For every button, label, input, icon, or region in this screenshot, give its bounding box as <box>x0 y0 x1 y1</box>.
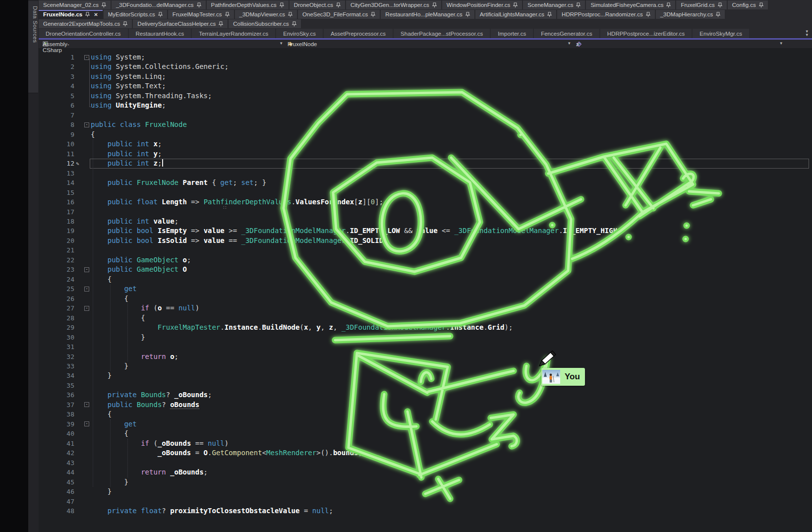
editor-tab[interactable]: DeliverySurfaceClassHelper.cs <box>133 19 228 28</box>
pin-icon[interactable] <box>292 21 296 27</box>
document-tab[interactable]: HDRPPostproce...izerEditor.cs <box>600 29 692 38</box>
fold-toggle-icon[interactable]: - <box>84 421 89 426</box>
code-line[interactable]: 6using UnityEngine; <box>0 101 812 110</box>
document-tab[interactable]: ShaderPackage...stProcessor.cs <box>394 29 490 38</box>
document-tab[interactable]: EnviroSkyMgr.cs <box>693 29 749 38</box>
editor-tab[interactable]: _3DFoundatio...delManager.cs <box>112 0 206 9</box>
member-dropdown-arrow[interactable]: ▾ <box>568 41 571 46</box>
fold-toggle-icon[interactable]: - <box>84 402 89 407</box>
code-line[interactable]: 23- public GameObject O <box>0 265 812 274</box>
code-line[interactable]: 16 public float Length => PathfinderDept… <box>0 197 812 207</box>
pin-icon[interactable] <box>288 12 292 17</box>
document-tab[interactable]: TerrainLayerRandomizer.cs <box>192 29 275 38</box>
pin-icon[interactable] <box>432 2 437 8</box>
pin-icon[interactable] <box>513 2 518 8</box>
code-line[interactable]: 9{ <box>0 130 812 139</box>
code-editor[interactable]: 1-using System;2using System.Collections… <box>0 48 812 532</box>
pin-icon[interactable] <box>158 12 163 17</box>
pin-icon[interactable] <box>219 21 223 27</box>
editor-tab[interactable]: CityGen3DGen...torWrapper.cs <box>346 0 441 9</box>
code-line[interactable]: 32 return o; <box>0 352 812 361</box>
editor-tab[interactable]: MyEditorScripts.cs <box>104 10 167 19</box>
editor-tab[interactable]: Config.cs <box>728 0 768 9</box>
code-line[interactable]: 36 private Bounds? _oBounds; <box>0 390 812 400</box>
editor-tab[interactable]: HDRPPostproc...Randomizer.cs <box>557 10 655 19</box>
document-tab[interactable]: AssetPreprocessor.cs <box>324 29 393 38</box>
code-line[interactable]: 4using System.Text; <box>0 81 812 91</box>
code-line[interactable]: 39- get <box>0 419 812 429</box>
pin-icon[interactable] <box>465 12 470 17</box>
editor-tab[interactable]: _3DMapViewer.cs <box>235 10 297 19</box>
code-line[interactable]: 31 <box>0 342 812 352</box>
editor-tab[interactable]: FruxelGrid.cs <box>676 0 726 9</box>
editor-tab[interactable]: OneSec3D_FileFormat.cs <box>298 10 380 19</box>
editor-tab[interactable]: CollisionSubscriber.cs <box>229 19 301 28</box>
document-tab[interactable]: DroneOrientationController.cs <box>39 29 128 38</box>
document-tab[interactable]: Importer.cs <box>491 29 533 38</box>
editor-tab[interactable]: _3DMapHierarchy.cs <box>656 10 725 19</box>
navbar-right-dropdown-arrow[interactable]: ▾ <box>780 41 782 46</box>
project-dropdown-arrow[interactable]: ▾ <box>280 41 283 46</box>
pin-icon[interactable] <box>576 2 580 8</box>
pin-icon[interactable] <box>197 2 201 8</box>
pin-icon[interactable] <box>718 2 722 8</box>
code-line[interactable]: 45 } <box>0 477 812 487</box>
code-line[interactable]: 20 public bool IsSolid => value == _3DFo… <box>0 236 812 245</box>
code-line[interactable]: 38 { <box>0 410 812 419</box>
editor-tab[interactable]: ArtificialLightsManager.cs <box>475 10 556 19</box>
pin-icon[interactable] <box>336 2 341 8</box>
fold-toggle-icon[interactable]: - <box>84 287 89 292</box>
code-line[interactable]: 47 <box>0 497 812 506</box>
editor-tab[interactable]: SceneManager.cs <box>523 0 585 9</box>
code-line[interactable]: 18 public int value; <box>0 217 812 226</box>
code-line[interactable]: 35 <box>0 381 812 390</box>
fold-toggle-icon[interactable]: - <box>84 267 89 272</box>
fold-toggle-icon[interactable]: - <box>84 306 89 311</box>
tab-overflow-icon[interactable]: ▾▾ <box>806 30 808 37</box>
code-line[interactable]: 34 } <box>0 371 812 380</box>
code-line[interactable]: 7 <box>0 111 812 120</box>
code-line[interactable]: 44 return _oBounds; <box>0 468 812 477</box>
editor-tab[interactable]: SimulatedFisheyeCamera.cs <box>586 0 675 9</box>
pin-icon[interactable] <box>225 12 230 17</box>
code-line[interactable]: 46 } <box>0 487 812 496</box>
code-line[interactable]: 25- get <box>0 284 812 294</box>
pin-icon[interactable] <box>371 12 375 17</box>
code-line[interactable]: 5using System.Threading.Tasks; <box>0 91 812 101</box>
fold-toggle-icon[interactable]: - <box>84 122 89 127</box>
code-line[interactable]: 17 <box>0 207 812 217</box>
code-line[interactable]: 40 { <box>0 429 812 438</box>
code-line[interactable]: 15 <box>0 188 812 197</box>
editor-tab[interactable]: SceneManager_02.cs <box>39 0 111 9</box>
pin-icon[interactable] <box>102 2 106 8</box>
document-tab[interactable]: RestaurantHook.cs <box>129 29 191 38</box>
pin-icon[interactable] <box>716 12 720 17</box>
code-line[interactable]: 26 { <box>0 294 812 303</box>
pin-icon[interactable] <box>123 21 127 27</box>
code-line[interactable]: 24 { <box>0 275 812 284</box>
editor-tab[interactable]: RestaurantHo...pleManager.cs <box>381 10 474 19</box>
document-tab[interactable]: EnviroSky.cs <box>276 29 323 38</box>
code-line[interactable]: 14 public FruxelNode Parent { get; set; … <box>0 178 812 187</box>
code-line[interactable]: 37- public Bounds? oBounds <box>0 400 812 410</box>
code-line[interactable]: 13 <box>0 169 812 178</box>
code-line[interactable]: 21 <box>0 245 812 255</box>
pin-icon[interactable] <box>759 2 763 8</box>
code-line[interactable]: 42 _oBounds = O.GetComponent<MeshRendere… <box>0 448 812 458</box>
code-line[interactable]: 1-using System; <box>0 53 812 62</box>
editor-tab[interactable]: PathfinderDepthValues.cs <box>207 0 289 9</box>
code-line[interactable]: 41 if (_oBounds == null) <box>0 439 812 448</box>
code-line[interactable]: 27- if (o == null) <box>0 303 812 313</box>
editor-tab[interactable]: WindowPositionFinder.cs <box>442 0 522 9</box>
code-line[interactable]: 30 } <box>0 333 812 342</box>
code-line[interactable]: 29 FruxelMapTester.Instance.BuildNode(x,… <box>0 323 812 332</box>
code-line[interactable]: 10 public int x; <box>0 139 812 149</box>
close-icon[interactable]: ✕ <box>94 12 98 17</box>
pin-icon[interactable] <box>646 12 650 17</box>
pin-icon[interactable] <box>666 2 671 8</box>
code-line[interactable]: 48 private float? proximityToClosestObst… <box>0 506 812 516</box>
code-line[interactable]: 33 } <box>0 361 812 371</box>
code-line[interactable]: 3using System.Linq; <box>0 72 812 81</box>
code-line[interactable]: 2using System.Collections.Generic; <box>0 62 812 71</box>
document-tab[interactable]: FencesGenerator.cs <box>534 29 599 38</box>
